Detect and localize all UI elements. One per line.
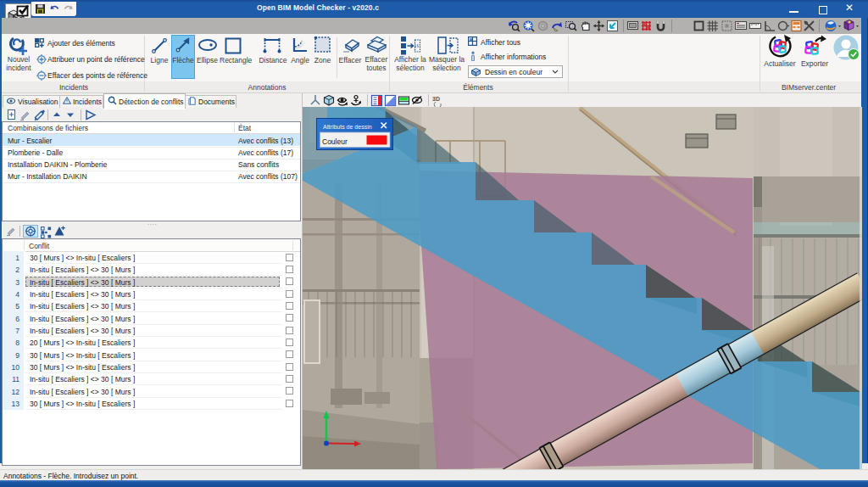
svg-text:Attributs de dessin: Attributs de dessin [323,124,372,130]
svg-text:Couleur: Couleur [322,137,348,146]
svg-text:3D: 3D [432,96,440,102]
